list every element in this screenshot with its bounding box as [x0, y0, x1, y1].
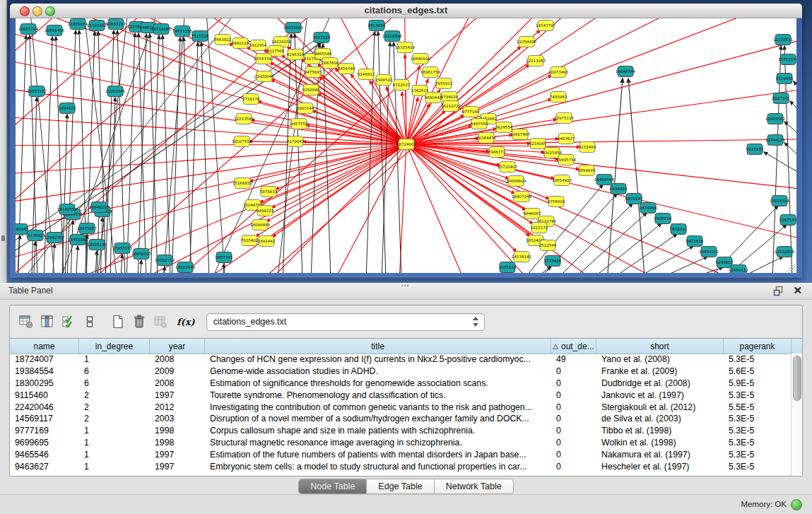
- network-node[interactable]: 14136141: [512, 252, 531, 262]
- network-node[interactable]: 9227341: [772, 93, 790, 104]
- network-window[interactable]: citations_edges.txt 76638229860128591295…: [10, 4, 802, 278]
- network-node[interactable]: 11254408: [517, 37, 536, 47]
- table-panel-titlebar[interactable]: Table Panel ✕: [0, 283, 812, 300]
- network-node[interactable]: 9498222: [257, 206, 274, 216]
- table-row[interactable]: 911546021997Tourette syndrome. Phenomeno…: [10, 389, 792, 401]
- network-node[interactable]: 9474444: [640, 203, 657, 214]
- show-columns-icon[interactable]: [40, 314, 55, 329]
- network-node[interactable]: 8427552: [290, 119, 308, 129]
- select-all-icon[interactable]: [61, 314, 76, 329]
- network-node[interactable]: 10688609: [506, 176, 526, 187]
- network-node[interactable]: 7986372: [488, 147, 506, 158]
- network-node[interactable]: 8938924: [610, 184, 628, 194]
- network-canvas[interactable]: 7663822986012859129541822605891275081654…: [16, 18, 796, 273]
- rows-icon[interactable]: [82, 314, 98, 329]
- table-row[interactable]: 2242004622012Investigating the contribut…: [10, 401, 792, 413]
- network-node[interactable]: 9777169: [462, 107, 480, 117]
- network-canvas-svg[interactable]: 7663822986012859129541822605891275081654…: [16, 18, 796, 273]
- network-node[interactable]: 6497568: [471, 119, 488, 129]
- new-column-icon[interactable]: [110, 314, 126, 329]
- table-row[interactable]: 946362711997Embryonic stem cells: a mode…: [10, 460, 792, 472]
- network-node[interactable]: 12213967: [526, 56, 546, 66]
- canvas-resize-grip[interactable]: [787, 264, 795, 271]
- network-node[interactable]: 10807487: [510, 129, 530, 140]
- network-node[interactable]: 12213589: [234, 114, 254, 124]
- network-node[interactable]: 9329965: [776, 74, 794, 84]
- network-node[interactable]: 18807249: [512, 192, 531, 202]
- network-node[interactable]: 1691442: [258, 236, 276, 247]
- network-node[interactable]: 9756928: [548, 197, 565, 207]
- table-select[interactable]: citations_edges.txt: [206, 313, 485, 331]
- network-node[interactable]: 8170047: [287, 136, 305, 147]
- table-row[interactable]: 1938455462009Genome-wide association stu…: [10, 366, 792, 378]
- network-node[interactable]: 16033809: [283, 23, 303, 33]
- network-node[interactable]: 6216065: [529, 139, 547, 149]
- network-node[interactable]: 12942757: [45, 233, 64, 243]
- network-node[interactable]: 10958107: [131, 249, 151, 259]
- network-node[interactable]: 7857224: [313, 33, 331, 43]
- network-node[interactable]: 9890448: [425, 93, 442, 103]
- memory-ok-indicator[interactable]: [791, 499, 802, 510]
- network-node[interactable]: 14671355: [172, 26, 192, 37]
- network-node[interactable]: 9245652: [716, 257, 734, 268]
- network-node[interactable]: 1894821: [59, 103, 76, 114]
- network-node[interactable]: 24055724: [18, 24, 38, 35]
- network-node[interactable]: 7515526: [192, 31, 209, 42]
- column-header-out_de[interactable]: △out_de...: [551, 339, 596, 354]
- network-node[interactable]: 2935114: [654, 214, 672, 224]
- table-mode-icon[interactable]: [18, 314, 34, 329]
- column-header-pagerank[interactable]: pagerank: [724, 339, 792, 354]
- column-header-year[interactable]: year: [150, 339, 205, 354]
- network-node[interactable]: 2803144: [297, 103, 314, 114]
- column-header-in_degree[interactable]: in_degree: [79, 339, 150, 354]
- network-node[interactable]: 9475685: [305, 67, 322, 78]
- column-header-name[interactable]: name: [10, 339, 79, 354]
- network-node[interactable]: 18325419: [395, 42, 415, 53]
- network-node[interactable]: 22420046: [254, 71, 274, 82]
- network-node[interactable]: 7632621: [670, 224, 688, 235]
- network-node[interactable]: 1615172: [531, 223, 548, 233]
- table-row[interactable]: 969969511998Structural magnetic resonanc…: [10, 437, 792, 449]
- network-node[interactable]: 9860128: [232, 38, 249, 49]
- network-node[interactable]: 5878833: [260, 187, 278, 197]
- column-header-short[interactable]: short: [596, 339, 724, 354]
- network-node[interactable]: 12444131: [765, 135, 785, 146]
- network-node[interactable]: 8471676: [686, 236, 704, 247]
- network-node[interactable]: 8813054: [368, 21, 386, 31]
- float-panel-icon[interactable]: [773, 286, 784, 296]
- network-node[interactable]: 10975857: [77, 223, 97, 234]
- network-node[interactable]: 18640910: [411, 54, 430, 64]
- network-node[interactable]: 16210722: [441, 101, 461, 112]
- network-node[interactable]: 1588520: [375, 75, 393, 86]
- network-node[interactable]: 21831074: [68, 19, 88, 30]
- network-node[interactable]: 9457791: [216, 252, 233, 263]
- network-node[interactable]: 9242848: [302, 85, 320, 95]
- column-header-title[interactable]: title: [205, 339, 551, 354]
- network-node[interactable]: 12923448: [175, 262, 195, 273]
- network-node[interactable]: 2522544: [539, 240, 557, 251]
- network-node[interactable]: 2718176: [242, 94, 260, 105]
- tab-network-table[interactable]: Network Table: [435, 479, 514, 494]
- network-node[interactable]: 16648784: [616, 66, 635, 77]
- network-node[interactable]: 10654112: [699, 247, 719, 257]
- network-node[interactable]: 12010554: [775, 247, 794, 257]
- table-row[interactable]: 1830029562008Estimation of significance …: [10, 378, 792, 390]
- network-node[interactable]: 19495798: [556, 155, 576, 165]
- network-node[interactable]: 19654923: [552, 175, 572, 186]
- table-row[interactable]: 1456911722003Disruption of a novel membe…: [10, 413, 792, 425]
- network-node[interactable]: 16961758: [420, 67, 440, 78]
- network-node[interactable]: 1167533: [779, 215, 796, 226]
- network-node[interactable]: 10719165: [151, 24, 171, 35]
- network-node[interactable]: 9146821: [358, 69, 375, 80]
- network-node[interactable]: 1733426: [544, 256, 562, 267]
- table-row[interactable]: 977716911998Corpus callosum shape and si…: [10, 425, 792, 437]
- function-builder-icon[interactable]: f(x): [177, 317, 195, 327]
- tab-node-table[interactable]: Node Table: [298, 479, 367, 494]
- network-node[interactable]: 3624554: [495, 122, 513, 133]
- network-node[interactable]: 16782759: [155, 255, 175, 266]
- table-row[interactable]: 1872400712008Changes of HCN gene express…: [10, 354, 792, 366]
- network-node[interactable]: 1675538: [499, 262, 517, 273]
- network-node[interactable]: 12450112: [729, 265, 748, 274]
- network-node[interactable]: 17957273: [112, 243, 132, 254]
- network-node[interactable]: 15720407: [498, 162, 517, 173]
